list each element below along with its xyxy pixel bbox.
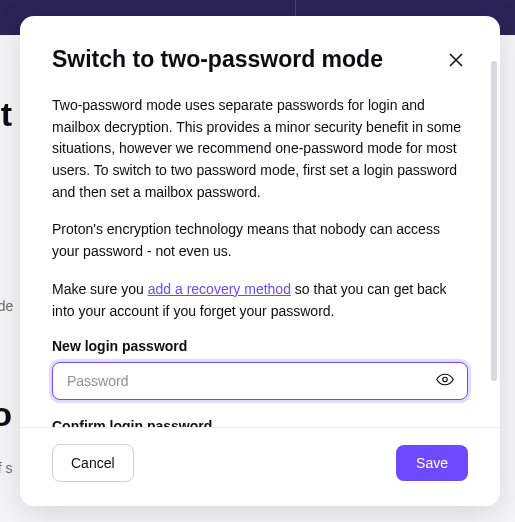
bg-heading-fragment: nt	[0, 95, 12, 134]
save-button[interactable]: Save	[396, 445, 468, 481]
toggle-password-visibility[interactable]	[432, 367, 458, 396]
eye-icon	[436, 377, 454, 392]
confirm-password-label: Confirm login password	[52, 418, 468, 427]
p3-prefix: Make sure you	[52, 281, 148, 297]
modal-footer: Cancel Save	[20, 427, 500, 506]
close-button[interactable]	[444, 48, 468, 75]
description-paragraph-1: Two-password mode uses separate password…	[52, 95, 468, 203]
add-recovery-link[interactable]: add a recovery method	[148, 281, 291, 297]
new-password-field-wrap	[52, 362, 468, 400]
bg-text-fragment: ode	[0, 298, 13, 314]
bg-heading-fragment-2: to	[0, 395, 12, 434]
cancel-button[interactable]: Cancel	[52, 444, 134, 482]
description-paragraph-2: Proton's encryption technology means tha…	[52, 219, 468, 262]
new-password-label: New login password	[52, 338, 468, 354]
scrollbar-thumb[interactable]	[491, 61, 497, 381]
modal-header: Switch to two-password mode	[52, 46, 468, 75]
modal-content: Switch to two-password mode Two-password…	[20, 16, 500, 427]
two-password-modal: Switch to two-password mode Two-password…	[20, 16, 500, 506]
description-paragraph-3: Make sure you add a recovery method so t…	[52, 279, 468, 322]
modal-title: Switch to two-password mode	[52, 46, 383, 74]
bg-text-fragment-2: of s	[0, 460, 13, 476]
svg-point-0	[443, 377, 448, 382]
new-password-input[interactable]	[52, 362, 468, 400]
close-icon	[448, 56, 464, 71]
modal-body: Two-password mode uses separate password…	[52, 95, 468, 427]
